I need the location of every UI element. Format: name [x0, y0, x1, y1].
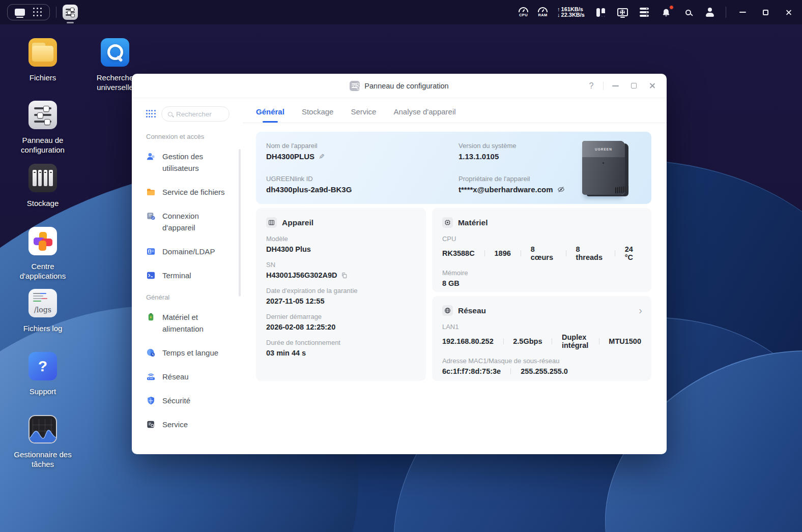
field-value: H43001J56G302A9D	[266, 271, 337, 279]
window-main: Général Stockage Service Analyse d'appar…	[243, 98, 667, 454]
lan1-mtu: MTU1500	[609, 337, 641, 345]
tab-stockage[interactable]: Stockage	[302, 107, 334, 123]
field-label: Date d'expiration de la garantie	[266, 287, 416, 294]
sidebar-item-label: Terminal	[162, 270, 234, 281]
sidebar-item-label: Service de fichiers	[162, 186, 234, 198]
time-language-icon	[146, 348, 156, 358]
window-app-icon	[350, 81, 360, 91]
question-mark-glyph: ?	[38, 358, 47, 375]
global-search-icon[interactable]	[682, 6, 694, 18]
sidebar-item-label: Sécurité	[162, 395, 234, 406]
copy-sn-icon[interactable]	[341, 272, 348, 279]
universal-search-app-icon	[101, 38, 129, 67]
sidebar-item-domaine-ldap[interactable]: Domaine/LDAP	[146, 246, 243, 257]
window-minimize-button[interactable]	[609, 79, 622, 93]
edit-device-name-icon[interactable]: ✎	[319, 153, 325, 161]
help-button[interactable]: ?	[585, 79, 598, 93]
show-desktop-icon[interactable]	[15, 9, 25, 16]
network-speed[interactable]: ↑161KB/s ↓22.3KB/s	[557, 7, 585, 18]
lan1-label: LAN1	[442, 323, 641, 331]
network-details-chevron-icon[interactable]: ›	[639, 306, 642, 314]
desktop-icon-label: Panneau de configuration	[10, 135, 76, 155]
memory-value: 8 GB	[442, 279, 460, 287]
desktop-icon-label: Stockage	[27, 198, 59, 208]
device-owner-value: t****x@uberhardware.com	[459, 185, 553, 194]
hardware-card-icon	[442, 217, 453, 228]
window-maximize-button[interactable]	[627, 79, 640, 93]
sidebar-apps-grid-icon[interactable]	[146, 110, 155, 118]
sidebar-item-terminal[interactable]: Terminal	[146, 270, 243, 281]
sidebar-item-label: Gestion des utilisateurs	[162, 151, 234, 174]
eye-slash-icon[interactable]	[557, 186, 565, 193]
sidebar-item-reseau[interactable]: Réseau	[146, 371, 243, 382]
ugreenlink-id-value: dh4300plus-2a9d-BK3G	[266, 185, 352, 194]
cpu-monitor[interactable]: CPU	[519, 7, 528, 17]
desktop-icon-fichiers[interactable]: Fichiers	[10, 38, 76, 82]
desktop-icon-label: Fichiers log	[23, 323, 63, 333]
sidebar-item-service[interactable]: Service	[146, 419, 243, 430]
network-icon	[146, 372, 156, 381]
window-title: Panneau de configuration	[364, 82, 448, 90]
field-label: Durée de fonctionnement	[266, 339, 416, 346]
ram-monitor[interactable]: RAM	[538, 7, 548, 17]
ram-gauge-icon	[538, 7, 548, 12]
control-panel-window: Panneau de configuration ? Connexion et …	[132, 74, 667, 454]
search-icon	[168, 112, 173, 116]
search-input[interactable]	[176, 110, 222, 118]
field-value: 2026-02-08 12:25:20	[266, 323, 335, 331]
desktop-icon-panneau-de-configuration[interactable]: Panneau de configuration	[10, 101, 76, 155]
sidebar-item-securite[interactable]: Sécurité	[146, 395, 243, 406]
sidebar-item-connexion-appareil[interactable]: Connexion d'appareil	[146, 210, 243, 233]
lan1-speed: 2.5Gbps	[513, 337, 542, 345]
field-label: Modèle	[266, 235, 416, 243]
log-files-app-icon: /logs	[28, 289, 57, 317]
sidebar-section-label: Général	[146, 293, 243, 301]
cpu-gauge-label: CPU	[519, 13, 528, 17]
field-value: 03 min 44 s	[266, 349, 306, 357]
ram-gauge-label: RAM	[538, 13, 547, 17]
sidebar-scrollbar[interactable]	[239, 149, 241, 297]
field-label: Dernier démarrage	[266, 313, 416, 320]
desktop-icon-gestionnaire-taches[interactable]: Gestionnaire des tâches	[10, 415, 76, 469]
desktop-icon-label: Gestionnaire des tâches	[10, 450, 76, 469]
desktop-close-button[interactable]	[782, 6, 795, 19]
sidebar-item-label: Service	[162, 419, 234, 430]
server-status-icon[interactable]	[638, 6, 650, 18]
notifications-icon[interactable]	[660, 6, 672, 18]
task-manager-app-icon	[28, 415, 57, 444]
tab-analyse-appareil[interactable]: Analyse d'appareil	[393, 107, 455, 123]
taskbar-divider	[56, 7, 56, 18]
tab-bar: Général Stockage Service Analyse d'appar…	[243, 98, 667, 123]
running-app-indicator	[67, 22, 74, 23]
window-close-button[interactable]	[645, 79, 658, 93]
cpu-gauge-icon	[519, 7, 528, 12]
ugreenlink-id-label: UGREENlink ID	[266, 175, 459, 183]
device-card-icon	[266, 217, 277, 228]
desktop-maximize-button[interactable]	[759, 6, 772, 19]
taskbar-running-app-control-panel[interactable]	[63, 5, 78, 20]
sidebar-item-service-de-fichiers[interactable]: Service de fichiers	[146, 186, 243, 198]
sidebar-search[interactable]	[161, 106, 230, 122]
sidebar-item-temps-et-langue[interactable]: Temps et langue	[146, 347, 243, 359]
cpu-threads: 8 threads	[576, 245, 605, 261]
user-account-icon[interactable]	[704, 6, 716, 18]
app-launcher-icon[interactable]	[33, 8, 42, 17]
remote-desktop-icon[interactable]	[616, 6, 628, 18]
sidebar-item-gestion-des-utilisateurs[interactable]: Gestion des utilisateurs	[146, 151, 243, 174]
desktop-icon-support[interactable]: ? Support	[10, 352, 76, 396]
app-center-icon	[28, 227, 57, 255]
desktop-icon-fichiers-log[interactable]: /logs Fichiers log	[10, 289, 76, 333]
device-card-title: Appareil	[282, 218, 313, 227]
sidebar-item-materiel-et-alimentation[interactable]: Matériel et alimentation	[146, 311, 243, 335]
desktop-icon-label: Support	[30, 387, 56, 396]
network-card-icon	[442, 305, 453, 316]
tab-service[interactable]: Service	[351, 107, 376, 123]
desktop-icon-centre-applications[interactable]: Centre d'applications	[10, 227, 76, 281]
system-version-value: 1.13.1.0105	[459, 152, 499, 161]
window-titlebar[interactable]: Panneau de configuration ?	[132, 74, 667, 98]
users-icon	[146, 152, 156, 161]
desktop-minimize-button[interactable]	[736, 6, 749, 19]
desktop-icon-stockage[interactable]: Stockage	[10, 164, 76, 208]
tab-general[interactable]: Général	[256, 107, 284, 123]
widgets-icon[interactable]	[594, 6, 607, 18]
